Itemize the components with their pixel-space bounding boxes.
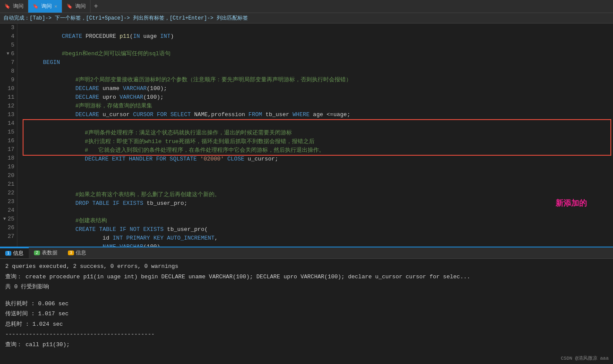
gutter-line-25: ▼25 [2, 215, 14, 224]
code-line-24: #创建表结构 [21, 208, 613, 217]
exec-time-line: 执行耗时 : 0.006 sec [5, 300, 608, 308]
exec-time-value: : 0.006 sec [31, 301, 69, 307]
query2-line: 查询： call p11(30); [5, 341, 608, 349]
code-line-7 [21, 58, 613, 67]
gutter-line-8: 8 [2, 67, 14, 76]
tab-num-table: 2 [34, 250, 40, 255]
watermark: CSDN @清风微凉 aaa [561, 355, 609, 361]
query2-label: 查询： [5, 341, 22, 348]
total-label: 总耗时 [5, 321, 22, 327]
gutter-line-4: 4 [2, 32, 14, 41]
editor-area: 3 4 5 ▼6 7 8 9 10 11 12 13 14 15 16 17 1… [0, 23, 613, 247]
gutter-line-12: 12 [2, 102, 14, 110]
highlight-box: #声明条件处理程序：满足这个状态码就执行退出操作，退出的时候还需要关闭游标 #执… [23, 119, 611, 156]
gutter-line-26: 26 [2, 224, 14, 232]
tab-2[interactable]: 🔖 询问 ✕ [28, 0, 62, 13]
gutter-line-5: 5 [2, 41, 14, 50]
total-value: : 1.024 sec [26, 321, 63, 327]
gutter-line-21: 21 [2, 180, 14, 189]
transfer-time-line: 传送时间 : 1.017 sec [5, 310, 608, 318]
code-line-14: #声明条件处理程序：满足这个状态码就执行退出操作，退出的时候还需要关闭游标 [23, 120, 610, 129]
gutter-line-11: 11 [2, 93, 14, 102]
code-line-25: CREATE TABLE IF NOT EXISTS tb_user_pro( [21, 217, 613, 225]
bottom-tab-table[interactable]: 2 表数据 [29, 247, 63, 258]
query1-value: create procedure p11(in uage int) begin … [26, 274, 470, 280]
gutter-line-6: ▼6 [2, 50, 14, 58]
tab-1-label: 询问 [13, 3, 23, 10]
code-line-19 [21, 164, 613, 173]
bottom-tab-info-label: 信息 [13, 250, 23, 257]
gutter-line-19: 19 [2, 163, 14, 171]
gutter-line-7: 7 [2, 58, 14, 67]
gutter-line-27: 27 [2, 232, 14, 241]
bottom-tab-table-label: 表数据 [42, 249, 57, 257]
tab-1[interactable]: 🔖 询问 [0, 0, 28, 13]
code-line-20 [21, 173, 613, 182]
tab-2-close[interactable]: ✕ [54, 3, 57, 9]
total-time-line: 总耗时 : 1.024 sec [5, 320, 608, 329]
autocomplete-bar: 自动完成：[Tab]-> 下一个标签，[Ctrl+Space]-> 列出所有标签… [0, 13, 613, 23]
tab-3-icon: 🔖 [67, 3, 73, 9]
gutter-line-9: 9 [2, 76, 14, 84]
tab-num-messages: 3 [68, 250, 74, 255]
autocomplete-text: 自动完成：[Tab]-> 下一个标签，[Ctrl+Space]-> 列出所有标签… [3, 15, 248, 21]
bottom-tab-messages[interactable]: 3 信息 [63, 247, 91, 258]
gutter-line-14: 14 [2, 119, 14, 128]
tab-num-info: 1 [5, 251, 11, 256]
tab-3[interactable]: 🔖 询问 [62, 0, 90, 13]
tab-2-icon: 🔖 [33, 3, 39, 9]
new-added-label: 新添加的 [556, 199, 587, 208]
tab-add-button[interactable]: + [90, 3, 102, 10]
bottom-tab-info[interactable]: 1 信息 [0, 247, 29, 258]
fold-icon-25[interactable]: ▼ [3, 215, 6, 224]
line-gutter: 3 4 5 ▼6 7 8 9 10 11 12 13 14 15 16 17 1… [0, 23, 17, 247]
gutter-line-10: 10 [2, 84, 14, 93]
gutter-line-22: 22 [2, 189, 14, 197]
query1-line: 查询： create procedure p11(in uage int) be… [5, 273, 608, 281]
gutter-line-15: 15 [2, 128, 14, 137]
tab-1-icon: 🔖 [4, 3, 10, 9]
transfer-value: : 1.017 sec [31, 311, 69, 317]
gutter-line-13: 13 [2, 110, 14, 119]
summary-text: 2 queries executed, 2 success, 0 errors,… [5, 262, 608, 271]
code-line-3: CREATE PROCEDURE p11(IN uage INT) [21, 23, 613, 32]
tab-2-label: 询问 [41, 3, 52, 10]
query1-label: 查询： [5, 274, 22, 280]
separator: ----------------------------------------… [5, 330, 608, 339]
bottom-tab-messages-label: 信息 [76, 249, 86, 257]
fold-icon-6[interactable]: ▼ [7, 50, 9, 58]
exec-time-label: 执行耗时 [5, 301, 28, 307]
tab-bar: 🔖 询问 🔖 询问 ✕ 🔖 询问 + [0, 0, 613, 13]
transfer-label: 传送时间 [5, 311, 28, 317]
gutter-line-16: 16 [2, 137, 14, 145]
gutter-line-24: 24 [2, 206, 14, 215]
bottom-panel: 1 信息 2 表数据 3 信息 2 queries executed, 2 su… [0, 247, 613, 364]
code-line-5: #begin和end之间可以编写任何的sql语句 [21, 41, 613, 50]
tab-3-label: 询问 [75, 3, 86, 10]
query2-value: call p11(30); [26, 341, 70, 348]
rows-affected: 共 0 行受到影响 [5, 283, 608, 291]
bottom-content: 2 queries executed, 2 success, 0 errors,… [0, 259, 613, 364]
code-line-21: #如果之前有这个表结构，那么删了之后再创建这个新的。 新添加的 [21, 182, 613, 190]
gutter-line-17: 17 [2, 145, 14, 154]
code-editor[interactable]: CREATE PROCEDURE p11(IN uage INT) #begin… [17, 23, 613, 247]
code-line-8: #声明2个局部变量接收遍历游标时的2个参数（注意顺序：要先声明局部变量再声明游标… [21, 67, 613, 76]
gutter-line-20: 20 [2, 171, 14, 180]
gutter-line-18: 18 [2, 154, 14, 163]
gutter-line-3: 3 [2, 23, 14, 32]
bottom-tab-bar: 1 信息 2 表数据 3 信息 [0, 247, 613, 259]
gutter-line-23: 23 [2, 197, 14, 206]
